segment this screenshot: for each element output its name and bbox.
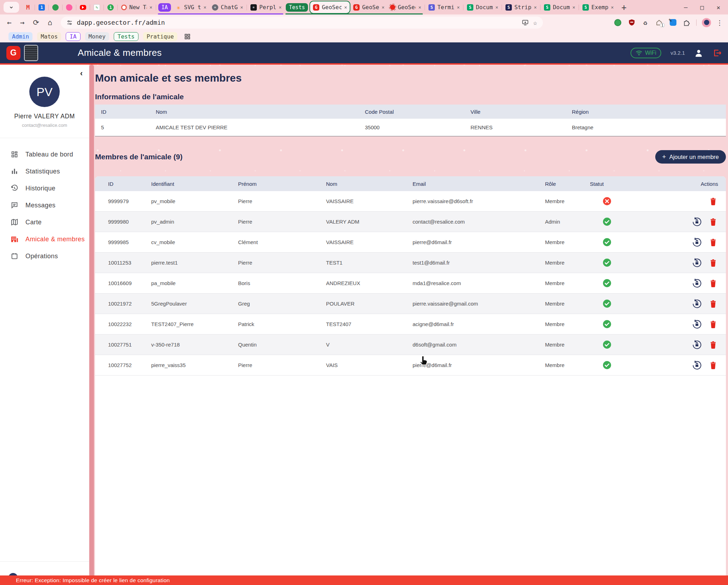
sidebar-footer-divider xyxy=(0,561,89,562)
tab-close-icon[interactable]: ✕ xyxy=(534,5,537,10)
tab-close-icon[interactable]: ✕ xyxy=(344,5,347,10)
new-tab-button[interactable]: + xyxy=(621,2,626,12)
install-app-icon[interactable] xyxy=(522,19,529,26)
scrollbar-thumb[interactable] xyxy=(89,65,94,585)
recycle-extension-icon[interactable]: ♻ xyxy=(641,18,650,27)
tab-search-button[interactable] xyxy=(4,2,19,13)
delete-member-button[interactable] xyxy=(708,217,718,227)
sidebar-item-tableau-de-bord[interactable]: Tableau de bord xyxy=(0,146,89,163)
tab-geosector-2[interactable]: G GeoSec ✕ xyxy=(350,1,387,13)
sidebar-item-historique[interactable]: Historique xyxy=(0,180,89,197)
home-button[interactable]: ⌂ xyxy=(48,18,52,27)
column-header: ID xyxy=(108,181,151,187)
tab-close-icon[interactable]: ✕ xyxy=(495,5,498,10)
design-app-pinned-tab[interactable] xyxy=(63,2,75,13)
gmail-pinned-tab[interactable]: M xyxy=(22,2,34,13)
tab-documentation-1[interactable]: S Docume ✕ xyxy=(464,1,501,13)
puzzle-extensions-icon[interactable] xyxy=(682,18,691,27)
tab-geosector-3[interactable]: GeoSec ✕ xyxy=(387,1,424,13)
reset-password-button[interactable] xyxy=(692,217,702,227)
reset-password-button[interactable] xyxy=(692,278,702,288)
address-bar[interactable]: dapp.geosector.fr/admin ☆ xyxy=(61,17,543,29)
bookmark-star-icon[interactable]: ☆ xyxy=(533,19,537,26)
reload-button[interactable]: ⟳ xyxy=(33,18,39,27)
tab-close-icon[interactable]: ✕ xyxy=(240,5,243,10)
bookmark-group-admin[interactable]: Admin xyxy=(8,32,32,41)
tab-svg-tool[interactable]: ✳ SVG to ✕ xyxy=(172,1,209,13)
scrollbar[interactable] xyxy=(89,65,94,585)
logout-icon[interactable] xyxy=(712,48,722,58)
bookmark-group-money[interactable]: Money xyxy=(85,32,109,41)
notes-pinned-tab[interactable]: ✎ xyxy=(91,2,103,13)
tab-close-icon[interactable]: ✕ xyxy=(572,5,575,10)
sidebar-item-operations[interactable]: Opérations xyxy=(0,248,89,265)
green-extension-icon[interactable] xyxy=(614,18,622,27)
reset-password-button[interactable] xyxy=(692,258,702,268)
browser-profile-avatar[interactable] xyxy=(702,18,711,27)
apps-grid-icon[interactable] xyxy=(184,33,191,40)
tasks-pinned-tab[interactable]: 1 xyxy=(105,2,117,13)
sidebar-collapse-icon[interactable]: ‹ xyxy=(80,69,83,78)
tab-exemple[interactable]: S Exempl ✕ xyxy=(580,1,616,13)
tab-close-icon[interactable]: ✕ xyxy=(381,5,384,10)
tab-terminal[interactable]: S Termin ✕ xyxy=(426,1,462,13)
sidebar-item-messages[interactable]: Messages xyxy=(0,197,89,214)
delete-member-button[interactable] xyxy=(708,319,718,329)
newtab-favicon xyxy=(121,5,127,10)
bookmark-group-pratique[interactable]: Pratique xyxy=(143,32,177,41)
reset-password-button[interactable] xyxy=(692,237,702,247)
tab-close-icon[interactable]: ✕ xyxy=(611,5,614,10)
tab-documentation-2[interactable]: S Docume ✕ xyxy=(541,1,578,13)
user-icon[interactable] xyxy=(694,48,703,58)
bookmark-group-matos[interactable]: Matos xyxy=(37,32,61,41)
tab-close-icon[interactable]: ✕ xyxy=(418,5,421,10)
pen-extension-icon[interactable] xyxy=(669,18,677,27)
delete-member-button[interactable] xyxy=(708,299,718,309)
tab-geosector-active[interactable]: G GeoSec ✕ xyxy=(309,1,350,14)
delete-member-button[interactable] xyxy=(708,278,718,288)
bookmark-group-ia[interactable]: IA xyxy=(66,32,80,41)
column-header: Nom xyxy=(326,181,413,187)
tab-group-tests-pill[interactable]: Tests xyxy=(286,3,308,12)
sidebar-item-statistiques[interactable]: Statistiques xyxy=(0,163,89,180)
back-button[interactable]: ← xyxy=(7,18,12,27)
member-prenom: Pierre xyxy=(238,219,326,225)
minimize-button[interactable]: – xyxy=(684,4,687,11)
reset-password-button[interactable] xyxy=(692,360,702,370)
tab-perplexity[interactable]: ✳ Perple ✕ xyxy=(248,1,284,13)
member-id: 10022232 xyxy=(108,321,151,327)
tab-close-icon[interactable]: ✕ xyxy=(457,5,460,10)
tab-group-ia-pill[interactable]: IA xyxy=(158,3,171,12)
reset-password-button[interactable] xyxy=(692,299,702,309)
money-app-pinned-tab[interactable] xyxy=(49,2,61,13)
home-extension-icon[interactable]: 1 xyxy=(655,18,663,27)
reset-password-button[interactable] xyxy=(692,319,702,329)
tab-separator xyxy=(425,5,425,10)
tab-close-icon[interactable]: ✕ xyxy=(149,5,152,10)
url-text[interactable]: dapp.geosector.fr/admin xyxy=(77,19,518,26)
forward-button[interactable]: → xyxy=(20,18,25,27)
tab-chatgpt[interactable]: ✳ ChatGP ✕ xyxy=(209,1,246,13)
delete-member-button[interactable] xyxy=(708,340,718,350)
tab-stripe[interactable]: S Stripe ✕ xyxy=(503,1,539,13)
shield-extension-icon[interactable] xyxy=(627,18,636,27)
browser-menu-icon[interactable]: ⋮ xyxy=(716,19,723,26)
bookmark-group-tests[interactable]: Tests xyxy=(114,32,138,41)
delete-member-button[interactable] xyxy=(708,237,718,247)
tab-close-icon[interactable]: ✕ xyxy=(279,5,282,10)
close-window-button[interactable]: ✕ xyxy=(717,4,720,11)
calendar-pinned-tab[interactable]: 1 xyxy=(36,2,48,13)
site-info-icon[interactable] xyxy=(66,19,73,26)
delete-member-button[interactable] xyxy=(708,360,718,370)
reset-password-button[interactable] xyxy=(692,340,702,350)
info-section-heading: Informations de l'amicale xyxy=(95,93,726,101)
youtube-pinned-tab[interactable] xyxy=(77,2,89,13)
maximize-button[interactable]: □ xyxy=(700,4,704,11)
tab-new-tab-page[interactable]: New Ta ✕ xyxy=(118,1,155,13)
add-member-button[interactable]: + Ajouter un membre xyxy=(655,150,726,164)
delete-member-button[interactable] xyxy=(708,196,718,206)
sidebar-item-carte[interactable]: Carte xyxy=(0,214,89,231)
delete-member-button[interactable] xyxy=(708,258,718,268)
sidebar-item-amicale-membres[interactable]: Amicale & membres xyxy=(0,231,89,248)
tab-close-icon[interactable]: ✕ xyxy=(203,5,206,10)
